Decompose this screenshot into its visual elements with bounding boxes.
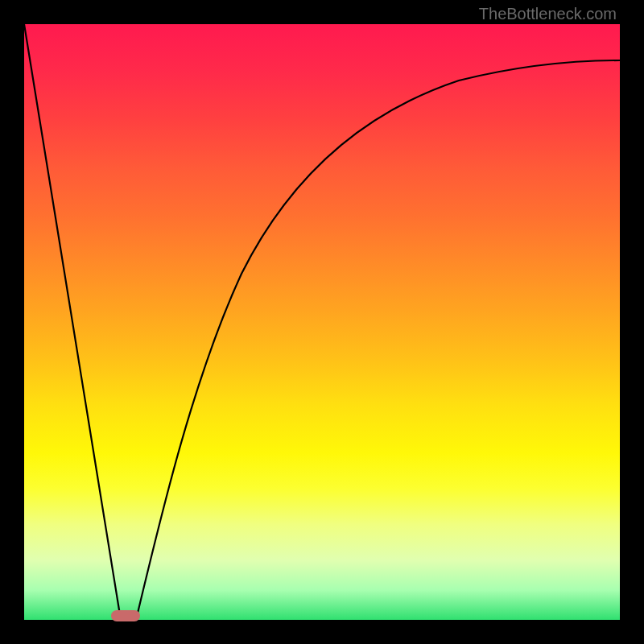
chart-frame: TheBottleneck.com bbox=[0, 0, 644, 644]
watermark-text: TheBottleneck.com bbox=[479, 5, 617, 23]
optimum-marker bbox=[111, 610, 140, 621]
bottleneck-curve bbox=[24, 24, 620, 620]
curve-path bbox=[24, 24, 620, 620]
